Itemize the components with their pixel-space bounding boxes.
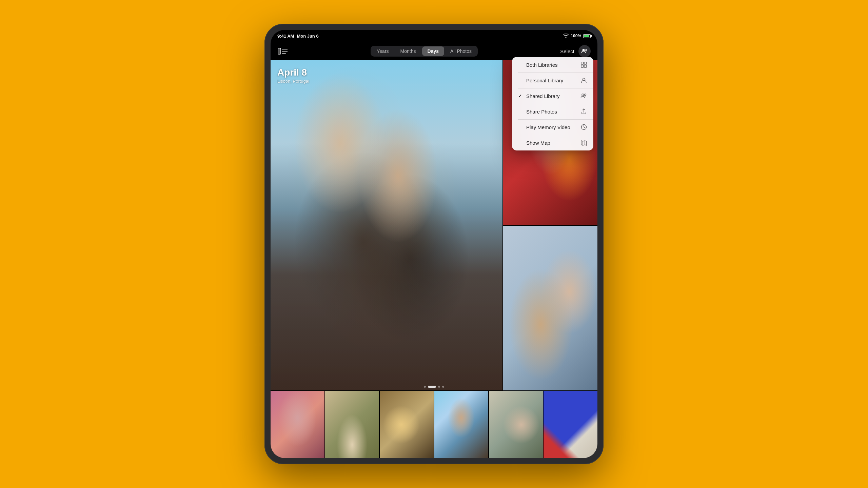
svg-rect-9 xyxy=(584,65,587,67)
status-right: 100% xyxy=(563,34,591,39)
view-mode-segmented-control: Years Months Days All Photos xyxy=(371,46,478,57)
ipad-device: 9:41 AM Mon Jun 6 100% xyxy=(264,24,604,464)
select-button[interactable]: Select xyxy=(560,48,574,54)
main-photo[interactable]: April 8 Lisbon, Portugal xyxy=(271,60,502,390)
filmstrip-photo-1[interactable] xyxy=(271,391,324,458)
wifi-icon xyxy=(563,34,569,39)
scroll-dot-2 xyxy=(428,386,436,388)
label-personal-library: Personal Library xyxy=(526,78,563,83)
dropdown-menu: Both Libraries Personal Library xyxy=(512,57,593,150)
menu-item-shared-library[interactable]: ✓ Shared Library xyxy=(512,88,593,104)
status-bar: 9:41 AM Mon Jun 6 100% xyxy=(271,30,597,42)
sidebar-toggle-button[interactable] xyxy=(277,46,288,57)
grid-icon xyxy=(580,61,587,68)
map-icon xyxy=(580,139,587,146)
people-menu-button[interactable] xyxy=(578,45,591,57)
tab-years[interactable]: Years xyxy=(371,46,394,56)
filmstrip-photo-5[interactable] xyxy=(489,391,543,458)
battery-icon xyxy=(583,34,591,38)
right-controls: Select xyxy=(560,45,591,57)
ipad-screen: 9:41 AM Mon Jun 6 100% xyxy=(271,30,597,458)
status-left: 9:41 AM Mon Jun 6 xyxy=(277,34,319,39)
label-shared-library: Shared Library xyxy=(526,93,559,99)
scroll-dot-3 xyxy=(438,386,440,388)
memories-icon xyxy=(580,124,587,130)
scroll-dot-1 xyxy=(424,386,426,388)
photo-date: April 8 xyxy=(277,67,309,78)
time-display: 9:41 AM xyxy=(277,34,294,39)
photo-date-overlay: April 8 Lisbon, Portugal xyxy=(277,67,309,84)
scroll-dot-4 xyxy=(442,386,444,388)
filmstrip-photo-2[interactable] xyxy=(325,391,379,458)
tab-all-photos[interactable]: All Photos xyxy=(445,46,477,56)
label-play-memory-video: Play Memory Video xyxy=(526,124,570,130)
checkmark-shared-library: ✓ xyxy=(518,94,524,99)
main-photo-filter xyxy=(271,60,502,390)
menu-item-share-photos[interactable]: Share Photos xyxy=(512,104,593,119)
svg-rect-6 xyxy=(581,62,584,64)
filmstrip-photo-6[interactable] xyxy=(544,391,597,458)
scroll-indicator xyxy=(424,386,444,388)
people-icon xyxy=(580,93,587,99)
svg-rect-8 xyxy=(581,65,584,67)
svg-rect-7 xyxy=(584,62,587,64)
right-photo-bottom[interactable] xyxy=(503,226,597,390)
label-both-libraries: Both Libraries xyxy=(526,62,558,68)
tab-months[interactable]: Months xyxy=(395,46,421,56)
menu-item-play-memory-video[interactable]: Play Memory Video xyxy=(512,119,593,135)
svg-point-11 xyxy=(582,94,584,96)
menu-item-personal-library[interactable]: Personal Library xyxy=(512,73,593,88)
tab-days[interactable]: Days xyxy=(422,46,444,56)
filmstrip-photo-3[interactable] xyxy=(380,391,434,458)
right-photo-bottom-image xyxy=(503,226,597,390)
filmstrip xyxy=(271,390,597,458)
battery-percent: 100% xyxy=(571,34,581,38)
svg-point-5 xyxy=(585,49,587,51)
date-display: Mon Jun 6 xyxy=(297,34,318,39)
photo-location: Lisbon, Portugal xyxy=(277,79,309,84)
filmstrip-photo-4[interactable] xyxy=(434,391,488,458)
menu-item-both-libraries[interactable]: Both Libraries xyxy=(512,57,593,73)
person-icon xyxy=(580,77,587,84)
menu-item-show-map[interactable]: Show Map xyxy=(512,135,593,150)
label-share-photos: Share Photos xyxy=(526,109,557,115)
svg-point-12 xyxy=(585,94,586,96)
label-show-map: Show Map xyxy=(526,140,550,146)
share-icon xyxy=(580,108,587,115)
svg-rect-0 xyxy=(278,48,281,54)
